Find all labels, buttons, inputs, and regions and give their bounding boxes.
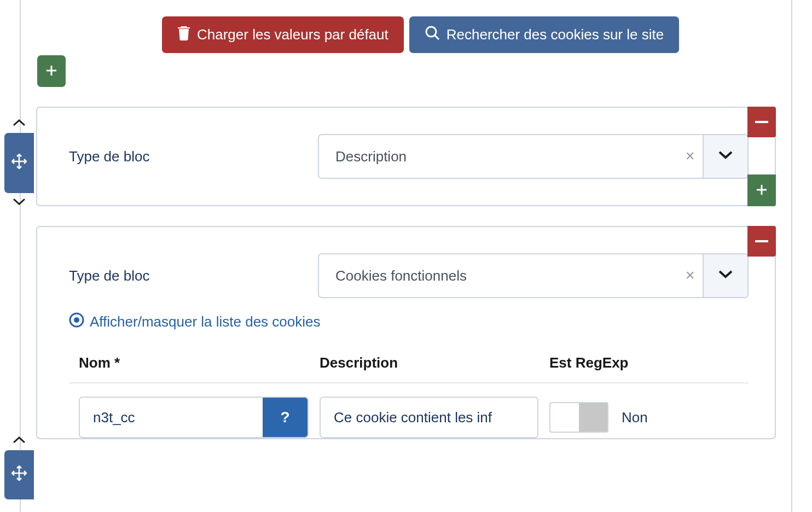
block-type-label: Type de bloc (69, 267, 307, 284)
remove-block-button[interactable] (747, 107, 776, 137)
select-caret-button[interactable] (703, 135, 747, 178)
table-row: ? Non (69, 383, 749, 438)
select-clear-button[interactable]: ✕ (677, 135, 703, 178)
move-up-button[interactable] (8, 115, 30, 133)
move-icon (11, 466, 27, 484)
drag-handle[interactable] (4, 133, 34, 193)
chevron-down-icon (11, 196, 27, 208)
select-clear-button[interactable]: ✕ (677, 254, 703, 297)
plus-icon (755, 181, 768, 201)
minus-icon (755, 121, 768, 123)
plus-icon (45, 61, 58, 82)
svg-point-0 (426, 27, 436, 37)
switch-knob (579, 403, 607, 432)
cookie-name-help-button[interactable]: ? (263, 398, 308, 437)
block-functional-cookies: Type de bloc Cookies fonctionnels ✕ Affi… (36, 226, 776, 439)
eye-icon (69, 312, 84, 331)
toggle-cookie-list-link[interactable]: Afficher/masquer la liste des cookies (69, 312, 321, 331)
regex-toggle[interactable] (549, 402, 608, 433)
col-header-regex: Est RegExp (549, 354, 739, 371)
block-type-label: Type de bloc (69, 148, 307, 165)
block-type-select[interactable]: Description ✕ (318, 134, 749, 179)
chevron-down-icon (718, 149, 733, 164)
load-defaults-label: Charger les valeurs par défaut (197, 26, 388, 43)
search-icon (425, 25, 440, 44)
cookie-table: Nom * Description Est RegExp ? (69, 347, 749, 438)
block-description: Type de bloc Description ✕ (36, 107, 776, 206)
remove-block-button[interactable] (747, 226, 776, 257)
select-value: Description (319, 135, 677, 178)
col-header-name: Nom * (79, 354, 309, 371)
chevron-up-icon (11, 118, 27, 130)
minus-icon (755, 240, 768, 242)
regex-toggle-label: Non (622, 409, 648, 426)
col-header-description: Description (320, 354, 538, 371)
svg-point-7 (74, 317, 79, 323)
search-cookies-label: Rechercher des cookies sur le site (446, 26, 664, 43)
svg-line-1 (435, 36, 439, 39)
drag-handle[interactable] (4, 450, 34, 499)
block-type-select[interactable]: Cookies fonctionnels ✕ (318, 253, 749, 298)
close-icon: ✕ (685, 269, 695, 283)
move-up-button[interactable] (8, 432, 30, 450)
add-block-top-button[interactable] (37, 55, 66, 87)
cookie-name-input-group: ? (79, 397, 309, 438)
cookie-name-input[interactable] (80, 398, 263, 437)
select-caret-button[interactable] (703, 254, 747, 297)
move-down-button[interactable] (8, 193, 30, 211)
search-cookies-button[interactable]: Rechercher des cookies sur le site (409, 16, 679, 53)
toggle-cookie-list-label: Afficher/masquer la liste des cookies (90, 313, 321, 330)
add-block-after-button[interactable] (747, 174, 776, 206)
chevron-up-icon (11, 435, 27, 447)
select-value: Cookies fonctionnels (319, 254, 677, 297)
cookie-desc-input-group (320, 397, 538, 438)
trash-icon (177, 25, 190, 44)
chevron-down-icon (718, 269, 733, 283)
move-icon (11, 154, 27, 172)
load-defaults-button[interactable]: Charger les valeurs par défaut (162, 16, 404, 53)
question-icon: ? (280, 409, 289, 426)
cookie-description-input[interactable] (321, 398, 537, 437)
close-icon: ✕ (685, 149, 695, 164)
